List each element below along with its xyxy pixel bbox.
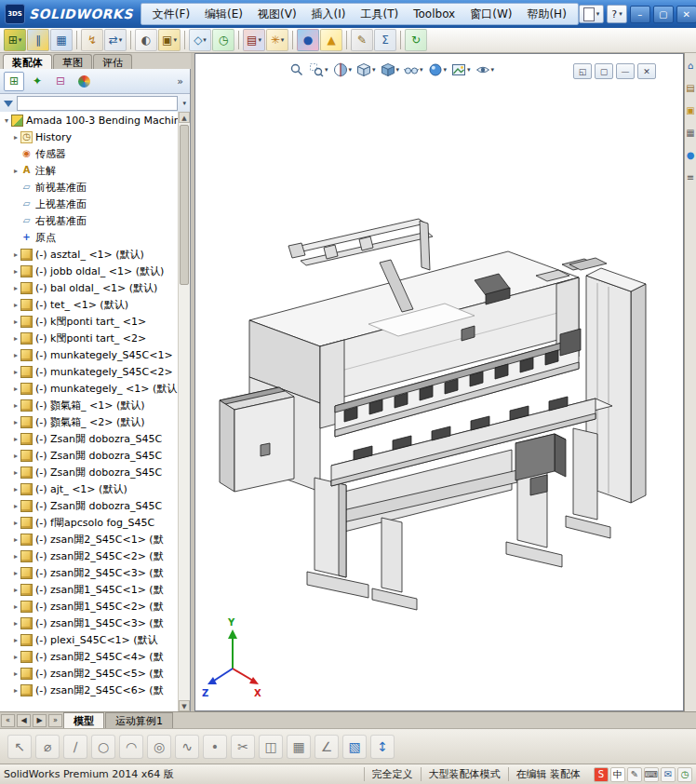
tree-item[interactable]: ▸(-) zsan閞2_S45C<2> (默 xyxy=(0,547,179,564)
tab-nav-icon-3[interactable]: » xyxy=(48,714,62,727)
file-explorer-icon[interactable]: ▣ xyxy=(685,101,696,120)
menu-item[interactable]: 帮助(H) xyxy=(519,7,573,22)
angle-dimension-icon[interactable]: ∠ xyxy=(315,735,339,759)
ime-keyboard-icon[interactable]: ⌨ xyxy=(644,767,659,782)
tree-item[interactable]: ▸(-) Zsan閞 dobozra_S45C xyxy=(0,447,179,464)
rebuild-button[interactable]: ↻ xyxy=(405,29,427,51)
tree-expander-icon[interactable]: ▸ xyxy=(11,250,20,259)
display-style-icon[interactable]: ▾ xyxy=(380,61,401,78)
tree-item[interactable]: ▸(-) zsan閞2_S45C<1> (默 xyxy=(0,531,179,547)
tree-item[interactable]: ▱上视基准面 xyxy=(0,196,179,212)
appearances-icon[interactable]: ● xyxy=(685,146,696,165)
tree-item[interactable]: ▸(-) asztal_ <1> (默认) xyxy=(0,246,179,263)
scroll-up-icon[interactable]: ▲ xyxy=(179,112,190,123)
trim-entities-icon[interactable]: ✂ xyxy=(231,735,255,759)
zoom-area-icon[interactable]: ▾ xyxy=(308,61,329,78)
tree-item[interactable]: ▸(-) k閠ponti tart_ <1> xyxy=(0,313,179,330)
tree-expander-icon[interactable]: ▸ xyxy=(11,368,20,376)
tree-item[interactable]: ▸(-) Zsan閞 dobozra_S45C xyxy=(0,430,179,447)
close-button[interactable]: ✕ xyxy=(676,6,696,23)
tree-expander-icon[interactable]: ▸ xyxy=(11,452,20,460)
show-hidden-components-button[interactable]: ◐ xyxy=(135,29,157,51)
zoom-fit-icon[interactable] xyxy=(288,61,305,78)
tab-nav-icon-1[interactable]: ◀ xyxy=(17,714,31,727)
ime-lang-chinese-icon[interactable]: 中 xyxy=(610,767,625,782)
tray-clock-icon[interactable]: ◷ xyxy=(677,767,692,782)
tree-expander-icon[interactable]: ▸ xyxy=(11,535,20,544)
tab-草图[interactable]: 草图 xyxy=(53,54,92,69)
tree-item[interactable]: ▸(-) Zsan閞 dobozra_S45C xyxy=(0,497,179,514)
tree-item[interactable]: ▱右视基准面 xyxy=(0,212,179,229)
tree-expander-icon[interactable]: ▾ xyxy=(2,116,11,125)
tree-expander-icon[interactable]: ▸ xyxy=(11,334,20,343)
tree-expander-icon[interactable]: ▸ xyxy=(11,318,20,326)
tray-message-icon[interactable]: ✉ xyxy=(661,767,676,782)
tree-expander-icon[interactable]: ▸ xyxy=(11,435,20,443)
mirror-entities-icon[interactable]: ◫ xyxy=(259,735,283,759)
tree-expander-icon[interactable]: ▸ xyxy=(11,602,20,611)
model-canvas[interactable]: Y X Z xyxy=(195,54,683,710)
tree-item[interactable]: ▸(-) tet_ <1> (默认) xyxy=(0,296,179,313)
circle-tool-icon[interactable]: ○ xyxy=(91,735,115,759)
view-palette-icon[interactable]: ▦ xyxy=(685,124,696,142)
tree-expander-icon[interactable]: ▸ xyxy=(11,485,20,493)
tree-expander-icon[interactable]: ▸ xyxy=(11,133,20,142)
tree-expander-icon[interactable]: ▸ xyxy=(11,351,20,359)
design-library-icon[interactable]: ▤ xyxy=(685,79,696,98)
ellipse-tool-icon[interactable]: ◎ xyxy=(147,735,171,759)
menu-item[interactable]: Toolbox xyxy=(406,7,462,20)
ime-pen-icon[interactable]: ✎ xyxy=(627,767,642,782)
minimize-button[interactable]: – xyxy=(630,6,650,23)
move-component-button[interactable]: ⇄▾ xyxy=(104,29,127,51)
tab-nav-icon-2[interactable]: ▶ xyxy=(33,714,47,727)
menu-item[interactable]: 视图(V) xyxy=(250,7,304,22)
mate-button[interactable]: ∥ xyxy=(27,29,49,51)
tree-item[interactable]: ◉传感器 xyxy=(0,145,179,162)
tree-expander-icon[interactable]: ▸ xyxy=(11,301,20,309)
tree-item[interactable]: ▸◷History xyxy=(0,128,179,145)
menu-item[interactable]: 文件(F) xyxy=(145,7,197,22)
tree-filter-input[interactable] xyxy=(17,96,178,111)
filter-funnel-icon[interactable] xyxy=(4,101,13,107)
line-tool-icon[interactable]: ∕ xyxy=(63,735,87,759)
menu-item[interactable]: 插入(I) xyxy=(304,7,354,22)
tree-expander-icon[interactable]: ▸ xyxy=(11,653,20,661)
bill-of-materials-button[interactable]: ▤▾ xyxy=(243,29,265,51)
maximize-button[interactable]: ▢ xyxy=(653,6,674,23)
edit-appearance-icon[interactable]: ▾ xyxy=(427,61,448,78)
apply-scene-icon[interactable]: ▾ xyxy=(450,61,472,78)
tree-expander-icon[interactable]: ▸ xyxy=(11,636,20,644)
linear-sketch-pattern-icon[interactable]: ▦ xyxy=(287,735,311,759)
ime-sogou-icon[interactable]: S xyxy=(594,767,609,782)
move-entities-icon[interactable]: ↕ xyxy=(370,735,395,759)
graphics-viewport[interactable]: Y X Z ▾▾▾▾▾▾▾▾ ◱▢—✕ xyxy=(194,53,684,711)
exploded-view-button[interactable]: ✳▾ xyxy=(266,29,288,51)
tree-item[interactable]: ▸(-) zsan閞2_S45C<4> (默 xyxy=(0,648,179,665)
tree-item[interactable]: ▸(-) 顟氣箱_ <1> (默认) xyxy=(0,397,179,413)
linear-component-pattern-button[interactable]: ▦ xyxy=(50,29,73,51)
tree-item[interactable]: ▸(-) zsan閞1_S45C<1> (默 xyxy=(0,581,179,598)
tree-item[interactable]: +原点 xyxy=(0,229,179,246)
tree-expander-icon[interactable]: ▸ xyxy=(11,284,20,292)
menu-item[interactable]: 编辑(E) xyxy=(197,7,250,22)
point-tool-icon[interactable]: • xyxy=(203,735,227,759)
custom-properties-icon[interactable]: ≡ xyxy=(685,169,696,187)
tree-expander-icon[interactable]: ▸ xyxy=(11,167,20,175)
tree-expander-icon[interactable]: ▸ xyxy=(11,569,20,577)
tree-expander-icon[interactable]: ▸ xyxy=(11,586,20,594)
tree-expander-icon[interactable]: ▸ xyxy=(11,401,20,410)
tree-item[interactable]: ▸(-) munkategely_ <1> (默认) xyxy=(0,380,179,397)
tree-expander-icon[interactable]: ▸ xyxy=(11,669,20,678)
tab-装配体[interactable]: 装配体 xyxy=(3,54,52,69)
tree-item[interactable]: ▸(-) zsan閞1_S45C<2> (默 xyxy=(0,598,179,615)
filter-caret-icon[interactable]: ▾ xyxy=(182,100,186,107)
tree-item[interactable]: ▸(-) 顟氣箱_ <2> (默认) xyxy=(0,413,179,430)
tree-expander-icon[interactable]: ▸ xyxy=(11,619,20,628)
resources-home-icon[interactable]: ⌂ xyxy=(685,57,696,75)
tree-item[interactable]: ▾Amada 100-3 Bending Machin xyxy=(0,112,179,128)
tree-expander-icon[interactable]: ▸ xyxy=(11,385,20,393)
tree-expander-icon[interactable]: ▸ xyxy=(11,552,20,561)
tree-item[interactable]: ▸(-) plexi_S45C<1> (默认 xyxy=(0,631,179,648)
displaymanager-tab-icon[interactable] xyxy=(74,72,94,91)
new-motion-study-button[interactable]: ◷ xyxy=(212,29,234,51)
